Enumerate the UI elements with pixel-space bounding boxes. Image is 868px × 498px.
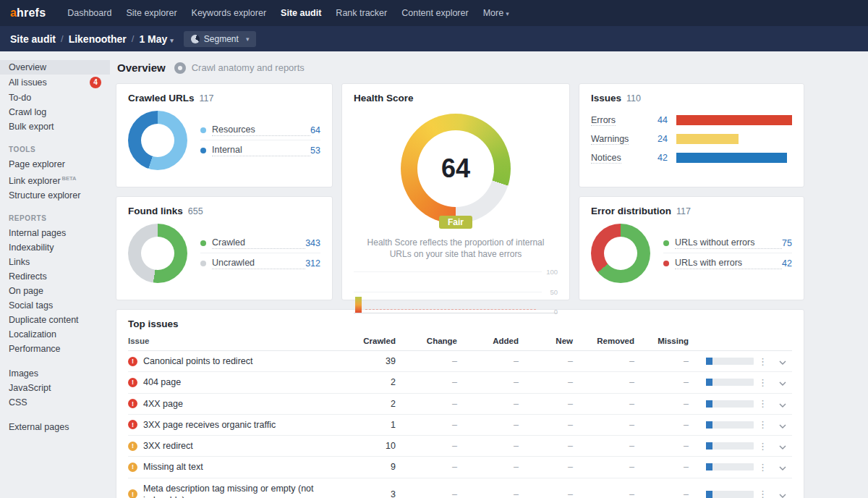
ahrefs-logo[interactable]: ahrefs xyxy=(10,7,46,20)
chevron-down-icon[interactable] xyxy=(772,461,793,473)
issues-bar-errors: Errors 44 xyxy=(591,115,792,125)
crawled-dot-icon xyxy=(200,240,206,246)
sidebar-item-images[interactable]: Images xyxy=(0,366,110,381)
missing-value: – xyxy=(634,489,689,498)
added-value: – xyxy=(457,441,519,451)
nav-item-rank-tracker[interactable]: Rank tracker xyxy=(328,0,394,26)
sidebar-item-javascript[interactable]: JavaScript xyxy=(0,381,110,395)
found-links-donut-chart xyxy=(128,224,187,283)
axis-label-100: 100 xyxy=(546,268,558,276)
chevron-down-icon[interactable] xyxy=(772,398,793,410)
internal-dot-icon xyxy=(200,148,206,153)
with-errors-dot-icon xyxy=(663,261,669,266)
sidebar-item-overview[interactable]: Overview xyxy=(0,60,110,75)
kebab-menu-icon[interactable]: ⋮ xyxy=(754,489,772,498)
sidebar-item-link-explorer[interactable]: Link explorerBETA xyxy=(0,172,110,188)
chevron-down-icon: ▾ xyxy=(246,35,250,43)
missing-value: – xyxy=(634,377,689,387)
no-errors-dot-icon xyxy=(663,240,669,246)
issues-bar-warnings: Warnings 24 xyxy=(591,134,792,144)
sidebar-item-duplicate-content[interactable]: Duplicate content xyxy=(0,313,110,327)
chevron-down-icon[interactable] xyxy=(772,489,793,498)
col-issue: Issue xyxy=(128,337,345,345)
table-row: Canonical points to redirect 39 – – – – … xyxy=(128,351,792,372)
sidebar-item-structure-explorer[interactable]: Structure explorer xyxy=(0,188,110,203)
sidebar-item-all-issues[interactable]: All issues4 xyxy=(0,75,110,90)
top-issues-card: Top issues Issue Crawled Change Added Ne… xyxy=(116,309,804,498)
new-value: – xyxy=(519,399,573,409)
sidebar-item-performance[interactable]: Performance xyxy=(0,342,110,356)
nav-item-dashboard[interactable]: Dashboard xyxy=(60,0,119,26)
kebab-menu-icon[interactable]: ⋮ xyxy=(754,462,772,473)
main-content: Overview Crawl anatomy and reports Crawl… xyxy=(110,51,868,498)
error-distribution-donut-chart xyxy=(591,224,650,283)
issue-name[interactable]: 404 page xyxy=(143,376,181,388)
issue-spark-bar xyxy=(706,421,754,429)
new-value: – xyxy=(519,356,573,366)
issue-name[interactable]: Canonical points to redirect xyxy=(143,355,252,367)
sidebar-item-page-explorer[interactable]: Page explorer xyxy=(0,157,110,172)
sidebar-item-on-page[interactable]: On page xyxy=(0,284,110,298)
sidebar-item-redirects[interactable]: Redirects xyxy=(0,269,110,284)
crawl-date-dropdown[interactable]: 1 May▾ xyxy=(139,33,173,45)
chevron-down-icon[interactable] xyxy=(772,355,793,367)
kebab-menu-icon[interactable]: ⋮ xyxy=(754,398,772,409)
nav-item-site-audit[interactable]: Site audit xyxy=(273,0,328,26)
issue-name[interactable]: Missing alt text xyxy=(143,461,203,473)
issue-name[interactable]: Meta description tag missing or empty (n… xyxy=(143,483,338,498)
card-title: Health Score xyxy=(354,93,414,104)
health-history-bar xyxy=(355,297,362,313)
issue-name[interactable]: 3XX redirect xyxy=(143,440,193,452)
sidebar-item-css[interactable]: CSS xyxy=(0,395,110,410)
table-row: 4XX page 2 – – – – – ⋮ xyxy=(128,394,792,415)
sidebar-item-crawl-log[interactable]: Crawl log xyxy=(0,105,110,119)
missing-value: – xyxy=(634,399,689,409)
card-title: Top issues xyxy=(128,318,792,329)
warnings-bar xyxy=(676,134,739,144)
issue-name[interactable]: 3XX page receives organic traffic xyxy=(143,419,276,431)
sidebar-item-localization[interactable]: Localization xyxy=(0,327,110,342)
breadcrumb-project[interactable]: Likenoother xyxy=(69,33,127,45)
card-count: 110 xyxy=(626,93,641,104)
nav-item-more[interactable]: More▾ xyxy=(476,0,516,27)
nav-item-content-explorer[interactable]: Content explorer xyxy=(394,0,475,26)
resources-dot-icon xyxy=(200,127,206,133)
chevron-down-icon[interactable] xyxy=(772,376,793,388)
nav-item-keywords-explorer[interactable]: Keywords explorer xyxy=(184,0,274,26)
chevron-down-icon[interactable] xyxy=(772,419,793,431)
health-history-dashed-line xyxy=(365,309,536,310)
sidebar-item-indexability[interactable]: Indexability xyxy=(0,240,110,255)
card-title: Found links xyxy=(128,206,183,216)
issue-spark-bar xyxy=(706,463,754,470)
sidebar-item-to-do[interactable]: To-do xyxy=(0,90,110,105)
sidebar: Overview All issues4 To-do Crawl log Bul… xyxy=(0,51,110,498)
kebab-menu-icon[interactable]: ⋮ xyxy=(754,441,772,452)
added-value: – xyxy=(457,356,519,366)
axis-label-0: 0 xyxy=(554,308,558,316)
crawl-anatomy-icon xyxy=(174,62,186,74)
kebab-menu-icon[interactable]: ⋮ xyxy=(754,377,772,388)
kebab-menu-icon[interactable]: ⋮ xyxy=(754,419,772,430)
table-header: Issue Crawled Change Added New Removed M… xyxy=(128,329,792,351)
sidebar-item-bulk-export[interactable]: Bulk export xyxy=(0,119,110,134)
sidebar-item-links[interactable]: Links xyxy=(0,255,110,269)
missing-value: – xyxy=(634,420,689,430)
added-value: – xyxy=(457,399,519,409)
axis-label-50: 50 xyxy=(550,288,558,296)
removed-value: – xyxy=(573,489,634,498)
issue-name[interactable]: 4XX page xyxy=(143,398,183,410)
nav-item-site-explorer[interactable]: Site explorer xyxy=(119,0,184,26)
notices-bar xyxy=(676,153,787,163)
warning-icon xyxy=(128,442,137,451)
breadcrumb-site-audit[interactable]: Site audit xyxy=(10,33,56,45)
card-count: 117 xyxy=(676,206,691,216)
segment-button[interactable]: Segment ▾ xyxy=(184,31,257,47)
kebab-menu-icon[interactable]: ⋮ xyxy=(754,356,772,367)
sidebar-item-external-pages[interactable]: External pages xyxy=(0,420,110,434)
errors-bar xyxy=(676,115,792,125)
table-row: 404 page 2 – – – – – ⋮ xyxy=(128,372,792,393)
crawled-value: 9 xyxy=(345,462,396,472)
sidebar-item-internal-pages[interactable]: Internal pages xyxy=(0,226,110,240)
chevron-down-icon[interactable] xyxy=(772,440,793,452)
sidebar-item-social-tags[interactable]: Social tags xyxy=(0,298,110,313)
